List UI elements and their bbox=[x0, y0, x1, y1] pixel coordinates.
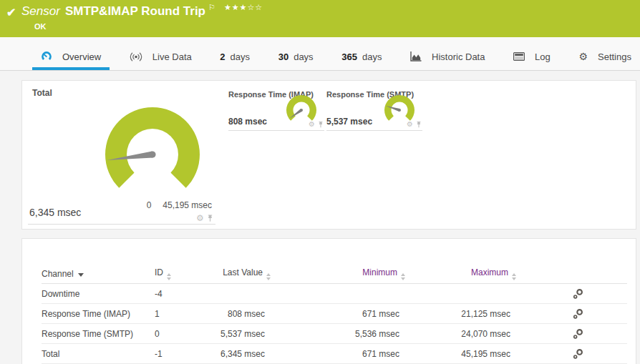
pin-icon[interactable] bbox=[207, 214, 213, 222]
channel-minimum: 671 msec bbox=[271, 304, 405, 324]
tab-label: Log bbox=[535, 51, 551, 62]
gauge-ring bbox=[384, 95, 414, 121]
gauge-settings-gear-icon[interactable]: ⚙ bbox=[407, 121, 413, 128]
channel-last-value: 6,345 msec bbox=[215, 344, 271, 364]
channel-settings-gears-icon[interactable] bbox=[573, 308, 584, 320]
channels-panel: Channel ID Last Value Minimum Maximum Do… bbox=[21, 238, 636, 364]
sort-icon bbox=[512, 273, 516, 280]
channel-name: Downtime bbox=[42, 284, 155, 304]
total-gauge bbox=[102, 104, 203, 205]
gauge-actions: ⚙ bbox=[196, 214, 213, 222]
settings-gear-icon: ⚙ bbox=[578, 51, 588, 62]
tab-365-days[interactable]: 365days bbox=[333, 37, 390, 70]
main-gauge-title: Total bbox=[32, 88, 52, 98]
historic-data-icon bbox=[410, 51, 422, 62]
stars-filled: ★★★ bbox=[224, 3, 248, 11]
gauge-settings-gear-icon[interactable]: ⚙ bbox=[309, 121, 315, 128]
tab-label: Live Data bbox=[152, 51, 192, 62]
channel-minimum bbox=[271, 284, 405, 304]
channel-name: Response Time (IMAP) bbox=[42, 304, 155, 324]
gauge-ring bbox=[286, 95, 316, 121]
gauge-needle-pivot bbox=[300, 109, 303, 112]
sort-icon bbox=[266, 273, 271, 280]
stars-empty: ☆☆ bbox=[247, 3, 263, 11]
total-last-value: 6,345 msec bbox=[29, 207, 81, 218]
tab-label: Historic Data bbox=[432, 51, 485, 62]
tab-label: days bbox=[294, 51, 313, 62]
col-header-id[interactable]: ID bbox=[155, 265, 215, 284]
channel-row-response-time-smtp[interactable]: Response Time (SMTP) 0 5,537 msec 5,536 … bbox=[42, 324, 627, 344]
channel-id: -4 bbox=[155, 284, 215, 304]
status-ok-check-icon: ✔ bbox=[6, 6, 16, 19]
gauge-footer-divider bbox=[28, 224, 215, 225]
gauge-needle-pivot bbox=[398, 109, 401, 112]
mini-gauge-imap: Response Time (IMAP) 808 msec ⚙ bbox=[228, 90, 324, 131]
channel-id: -1 bbox=[155, 344, 215, 364]
channel-minimum: 671 msec bbox=[271, 344, 405, 364]
channel-id: 0 bbox=[155, 324, 215, 344]
sensor-header: ✔ SensorSMTP&IMAP Round Trip⚐★★★☆☆ OK bbox=[0, 0, 640, 37]
tab-2-days[interactable]: 2days bbox=[211, 37, 258, 70]
pin-icon[interactable] bbox=[416, 121, 422, 128]
sort-icon bbox=[167, 273, 171, 280]
live-data-icon bbox=[130, 52, 142, 62]
tab-label: Settings bbox=[598, 51, 631, 62]
tab-bar: Overview Live Data 2days 30days 365days … bbox=[0, 37, 640, 71]
gauge-ring bbox=[105, 107, 200, 188]
channel-row-total[interactable]: Total -1 6,345 msec 671 msec 45,195 msec bbox=[42, 344, 627, 364]
tab-label: days bbox=[362, 51, 382, 62]
channel-settings-gears-icon[interactable] bbox=[573, 328, 584, 340]
tab-live-data[interactable]: Live Data bbox=[121, 37, 200, 70]
tab-label: days bbox=[231, 51, 250, 62]
status-badge: OK bbox=[34, 22, 47, 31]
channels-table: Channel ID Last Value Minimum Maximum Do… bbox=[42, 265, 627, 364]
channel-name: Total bbox=[42, 344, 155, 364]
tab-30-days[interactable]: 30days bbox=[270, 37, 322, 70]
channel-last-value: 5,537 msec bbox=[215, 324, 271, 344]
channel-minimum: 5,536 msec bbox=[271, 324, 405, 344]
gauges-panel: Total 0 45,195 msec 6,345 msec ⚙ Respons… bbox=[21, 80, 636, 230]
channel-maximum: 21,125 msec bbox=[405, 304, 516, 324]
tab-historic-data[interactable]: Historic Data bbox=[402, 37, 493, 70]
col-header-channel[interactable]: Channel bbox=[42, 265, 155, 284]
gauge-actions: ⚙ bbox=[407, 121, 422, 128]
mini-gauge-value: 808 msec bbox=[228, 117, 267, 127]
channel-row-downtime[interactable]: Downtime -4 bbox=[42, 284, 627, 304]
gauge-max-label: 45,195 msec bbox=[147, 200, 212, 210]
flag-icon[interactable]: ⚐ bbox=[208, 3, 215, 11]
col-header-actions bbox=[516, 265, 627, 284]
sensor-kind-label: Sensor bbox=[21, 4, 60, 18]
channel-last-value: 808 msec bbox=[215, 304, 271, 324]
col-header-minimum[interactable]: Minimum bbox=[271, 265, 405, 284]
channel-settings-gears-icon[interactable] bbox=[573, 288, 584, 300]
col-header-last-value[interactable]: Last Value bbox=[215, 265, 271, 284]
channel-id: 1 bbox=[155, 304, 215, 324]
gauge-icon bbox=[41, 51, 52, 62]
tab-settings[interactable]: ⚙ Settings bbox=[570, 37, 640, 70]
channel-name: Response Time (SMTP) bbox=[42, 324, 155, 344]
sort-desc-icon bbox=[78, 273, 84, 277]
sort-icon bbox=[401, 273, 405, 280]
pin-icon[interactable] bbox=[318, 121, 324, 128]
gauge-actions: ⚙ bbox=[309, 121, 324, 128]
sensor-title-line: SensorSMTP&IMAP Round Trip⚐★★★☆☆ bbox=[21, 4, 263, 19]
priority-stars[interactable]: ★★★☆☆ bbox=[224, 3, 263, 11]
gauge-settings-gear-icon[interactable]: ⚙ bbox=[196, 214, 204, 222]
mini-gauge-value: 5,537 msec bbox=[326, 117, 372, 127]
channel-last-value bbox=[215, 284, 271, 304]
gauge-needle-pivot bbox=[149, 151, 155, 157]
tab-label: Overview bbox=[62, 51, 101, 62]
tab-overview[interactable]: Overview bbox=[32, 37, 110, 70]
table-header-row: Channel ID Last Value Minimum Maximum bbox=[42, 265, 627, 284]
channel-row-response-time-imap[interactable]: Response Time (IMAP) 1 808 msec 671 msec… bbox=[42, 304, 627, 324]
channel-maximum bbox=[405, 284, 516, 304]
log-icon bbox=[513, 52, 525, 61]
tab-log[interactable]: Log bbox=[505, 37, 559, 70]
page-title: SMTP&IMAP Round Trip bbox=[65, 4, 205, 18]
channel-maximum: 45,195 msec bbox=[405, 344, 516, 364]
col-header-maximum[interactable]: Maximum bbox=[405, 265, 516, 284]
mini-gauge-smtp: Response Time (SMTP) 5,537 msec ⚙ bbox=[326, 90, 422, 131]
channel-settings-gears-icon[interactable] bbox=[573, 348, 584, 360]
channel-maximum: 24,070 msec bbox=[405, 324, 516, 344]
